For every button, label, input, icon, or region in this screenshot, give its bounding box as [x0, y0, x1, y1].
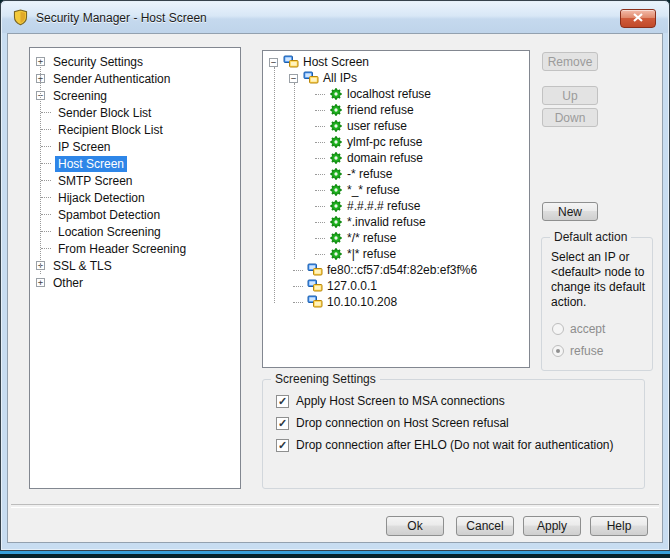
tree-item-refuse[interactable]: */* refuse	[263, 230, 529, 246]
sidebar-item-label: Sender Authentication	[50, 71, 173, 87]
tree-guide-line	[294, 83, 295, 259]
remove-button[interactable]: Remove	[542, 52, 598, 71]
radio-accept[interactable]	[552, 323, 564, 335]
tree-item-user-refuse[interactable]: user refuse	[263, 118, 529, 134]
tree-item-10-10-10-208[interactable]: 10.10.10.208	[263, 294, 529, 310]
screening-settings-group: Screening Settings ✓Apply Host Screen to…	[262, 379, 645, 489]
screen: Security Manager - Host Screen +Security…	[0, 0, 670, 558]
default-action-group-label: Default action	[550, 230, 631, 244]
tree-item-refuse[interactable]: #.#.#.# refuse	[263, 198, 529, 214]
tree-item-label: 10.10.10.208	[327, 295, 397, 309]
collapse-icon[interactable]: −	[269, 58, 278, 67]
default-action-description: Select an IP or <default> node to change…	[551, 250, 647, 310]
sidebar-item-label: Hijack Detection	[55, 190, 148, 206]
collapse-icon[interactable]: −	[289, 74, 298, 83]
checkbox-checked[interactable]: ✓	[276, 439, 289, 452]
gear-icon	[329, 231, 343, 245]
sidebar-item-spambot-detection[interactable]: Spambot Detection	[30, 206, 240, 223]
gear-icon	[329, 151, 343, 165]
tree-item-invalid-refuse[interactable]: *.invalid refuse	[263, 214, 529, 230]
tree-item-label: ylmf-pc refuse	[347, 135, 422, 149]
host-computers-icon	[307, 295, 323, 309]
sidebar-item-ssl-tls[interactable]: +SSL & TLS	[30, 257, 240, 274]
checkbox-label: Drop connection after EHLO (Do not wait …	[296, 438, 614, 452]
sidebar-item-label: From Header Screening	[55, 241, 189, 257]
tree-item-label: #.#.#.# refuse	[347, 199, 420, 213]
gear-icon	[329, 183, 343, 197]
sidebar-item-label: SSL & TLS	[50, 258, 115, 274]
radio-option-refuse[interactable]: refuse	[552, 344, 603, 358]
gear-icon	[329, 87, 343, 101]
gear-icon	[329, 199, 343, 213]
sidebar-item-host-screen[interactable]: Host Screen	[30, 155, 240, 172]
ok-button[interactable]: Ok	[386, 516, 444, 536]
tree-connector	[315, 206, 325, 207]
sidebar-item-label: Other	[50, 275, 86, 291]
host-computers-icon	[303, 71, 319, 85]
up-button[interactable]: Up	[542, 86, 598, 105]
tree-item-host-screen[interactable]: −Host Screen	[263, 54, 529, 70]
host-screen-tree: −Host Screen−All IPslocalhost refusefrie…	[262, 50, 530, 368]
tree-item-fe80-cf57-d54f-82eb-ef3f-6[interactable]: fe80::cf57:d54f:82eb:ef3f%6	[263, 262, 529, 278]
default-action-group: Default action Select an IP or <default>…	[541, 237, 653, 371]
gear-icon	[329, 119, 343, 133]
sidebar-item-sender-authentication[interactable]: +Sender Authentication	[30, 70, 240, 87]
new-button[interactable]: New	[542, 202, 598, 221]
sidebar-item-location-screening[interactable]: Location Screening	[30, 223, 240, 240]
radio-refuse-selected[interactable]	[552, 345, 564, 357]
sidebar-item-label: Host Screen	[55, 156, 127, 172]
sidebar-item-other[interactable]: +Other	[30, 274, 240, 291]
sidebar-item-label: Security Settings	[50, 54, 146, 70]
sidebar-item-security-settings[interactable]: +Security Settings	[30, 53, 240, 70]
tree-connector	[41, 163, 51, 164]
tree-item-domain-refuse[interactable]: domain refuse	[263, 150, 529, 166]
sidebar-item-ip-screen[interactable]: IP Screen	[30, 138, 240, 155]
sidebar-item-recipient-block-list[interactable]: Recipient Block List	[30, 121, 240, 138]
tree-item-localhost-refuse[interactable]: localhost refuse	[263, 86, 529, 102]
sidebar-item-smtp-screen[interactable]: SMTP Screen	[30, 172, 240, 189]
tree-connector	[315, 110, 325, 111]
tree-item-127-0-0-1[interactable]: 127.0.0.1	[263, 278, 529, 294]
tree-connector	[315, 126, 325, 127]
sidebar-item-screening[interactable]: −Screening	[30, 87, 240, 104]
checkbox-checked[interactable]: ✓	[276, 417, 289, 430]
down-button[interactable]: Down	[542, 108, 598, 127]
help-button[interactable]: Help	[590, 516, 648, 536]
tree-item-label: localhost refuse	[347, 87, 431, 101]
shield-icon	[12, 9, 29, 26]
tree-item-refuse[interactable]: *|* refuse	[263, 246, 529, 262]
tree-guide-line	[40, 62, 41, 274]
gear-icon	[329, 167, 343, 181]
dialog-content: +Security Settings+Sender Authentication…	[7, 33, 663, 543]
sidebar-item-hijack-detection[interactable]: Hijack Detection	[30, 189, 240, 206]
gear-icon	[329, 135, 343, 149]
desktop-background	[0, 551, 670, 554]
tree-item-all-ips[interactable]: −All IPs	[263, 70, 529, 86]
tree-item-label: 127.0.0.1	[327, 279, 377, 293]
tree-item-friend-refuse[interactable]: friend refuse	[263, 102, 529, 118]
titlebar[interactable]: Security Manager - Host Screen	[2, 2, 668, 33]
close-icon	[633, 13, 643, 22]
tree-item-ylmf-pc-refuse[interactable]: ylmf-pc refuse	[263, 134, 529, 150]
cancel-button[interactable]: Cancel	[456, 516, 514, 536]
tree-item-label: user refuse	[347, 119, 407, 133]
tree-item-refuse[interactable]: -* refuse	[263, 166, 529, 182]
tree-item-label: domain refuse	[347, 151, 423, 165]
sidebar-item-sender-block-list[interactable]: Sender Block List	[30, 104, 240, 121]
footer-divider	[11, 504, 659, 508]
close-button[interactable]	[620, 9, 656, 28]
tree-connector	[315, 142, 325, 143]
tree-item-label: *|* refuse	[347, 247, 396, 261]
host-computers-icon	[307, 279, 323, 293]
gear-icon	[329, 167, 343, 181]
tree-item-refuse[interactable]: *_* refuse	[263, 182, 529, 198]
apply-button[interactable]: Apply	[523, 516, 581, 536]
expand-icon[interactable]: +	[36, 278, 45, 287]
radio-dot	[556, 349, 560, 353]
radio-option-accept[interactable]: accept	[552, 322, 605, 336]
checkbox-checked[interactable]: ✓	[276, 395, 289, 408]
sidebar-item-from-header-screening[interactable]: From Header Screening	[30, 240, 240, 257]
gear-icon	[329, 87, 343, 101]
tree-item-label: */* refuse	[347, 231, 396, 245]
tree-connector	[315, 222, 325, 223]
